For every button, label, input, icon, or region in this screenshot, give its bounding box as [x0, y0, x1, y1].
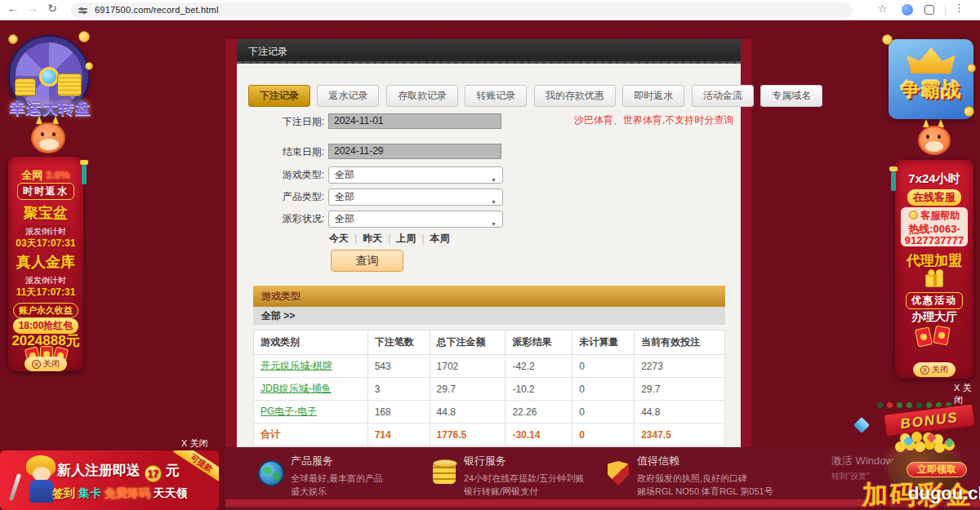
close-icon: X	[32, 360, 41, 369]
table-header-row: 游戏类别 下注笔数 总下注金额 派彩结果 未计算量 当前有效投注	[254, 330, 725, 355]
left-scroll-close-button[interactable]: X关闭	[24, 357, 67, 371]
service-hours: 7x24小时	[895, 171, 973, 187]
payout-status-label: 派彩状况:	[257, 211, 324, 228]
service-help-label[interactable]: 客服帮助	[920, 210, 960, 221]
bookmark-star-icon[interactable]: ☆	[878, 2, 888, 15]
dragon-mascot	[913, 122, 959, 160]
dragon-mascot	[23, 119, 75, 160]
tab-activity-flow[interactable]: 活动金流	[692, 85, 754, 107]
url-bar[interactable]: 6917500.com/record_bet.html	[70, 2, 853, 18]
carousel-dot[interactable]	[877, 402, 883, 408]
start-date-label: 下注日期:	[257, 113, 324, 131]
tab-deposit-promos[interactable]: 我的存款优惠	[534, 85, 616, 107]
col-uncounted: 未计算量	[572, 330, 635, 355]
battle-event-banner[interactable]: 争霸战	[889, 39, 973, 119]
footer-line: 政府颁发的执照,良好的口碑	[637, 472, 773, 485]
bet-record-panel: 下注记录 下注记录 返水记录 存取款记录 转账记录 我的存款优惠 即时返水 活动…	[237, 39, 741, 447]
tab-bet-records[interactable]: 下注记录	[248, 85, 310, 107]
quick-link-last-week[interactable]: 上周	[396, 233, 416, 244]
tab-deposit-withdraw-records[interactable]: 存取款记录	[386, 85, 458, 107]
chevron-down-icon: ▼	[491, 216, 497, 232]
cell-uncounted: 0	[572, 401, 635, 424]
total-label: 合计	[254, 424, 368, 446]
claim-now-button[interactable]: 立即领取	[906, 462, 967, 477]
url-text[interactable]: 6917500.com/record_bet.html	[95, 5, 219, 15]
forward-icon[interactable]: →	[24, 2, 41, 15]
extension-icon[interactable]	[902, 4, 913, 16]
footer-item-products: 产品服务 全球最好,最丰富的产品 盛大娱乐	[291, 454, 383, 498]
cell-amount: 1702	[430, 355, 506, 378]
right-scroll-close-button[interactable]: X关闭	[913, 362, 956, 377]
battle-caption: 争霸战	[889, 77, 973, 103]
right-service-scroll[interactable]: 7x24小时 在线客服 客服帮助 热线:0063- 9127737777 代理加…	[895, 160, 973, 379]
game-type-label: 游戏类型:	[257, 166, 324, 184]
game-link[interactable]: JDB娱乐城-捕鱼	[261, 383, 332, 394]
newcomer-promo-banner[interactable]: 可提款 新人注册即送 17 元 签到 集卡 免费筹码 天天领	[0, 450, 219, 510]
tab-transfer-records[interactable]: 转账记录	[465, 85, 527, 107]
quick-link-today[interactable]: 今天	[329, 233, 349, 244]
carousel-dot[interactable]	[897, 402, 902, 408]
carousel-dot[interactable]	[916, 402, 922, 408]
cell-bets: 168	[368, 401, 430, 424]
payout-status-select[interactable]: 全部 ▼	[328, 211, 503, 228]
left-promo-scroll[interactable]: 全网 3.0% 时时返水 聚宝盆 派发倒计时 03天17:07:31 真人金库 …	[8, 157, 83, 371]
col-game-category: 游戏类别	[254, 330, 368, 355]
lucky-wheel-caption[interactable]: 幸运大转盘	[2, 98, 100, 119]
tag-collect-cards: 集卡	[78, 486, 101, 499]
tag-signin: 签到	[52, 486, 75, 499]
carousel-dot-active[interactable]	[887, 402, 893, 408]
cell-uncounted: 0	[572, 355, 635, 378]
footer-line: 24小时在线存提款/五分钟到账	[464, 472, 584, 485]
game-type-select[interactable]: 全部 ▼	[328, 166, 503, 184]
total-payout: -30.14	[506, 424, 572, 446]
red-envelope-icon	[915, 326, 933, 347]
end-date-input[interactable]: 2024-11-29	[328, 144, 501, 159]
col-bet-count: 下注笔数	[368, 330, 430, 355]
tab-instant-rebate[interactable]: 即时返水	[622, 85, 684, 107]
site-watermark: dugou.club	[908, 483, 980, 504]
total-valid: 2347.5	[635, 424, 725, 446]
rebate-value: 3.0%	[46, 169, 70, 181]
coin-stack-icon	[15, 78, 36, 96]
query-button[interactable]: 查询	[331, 250, 403, 272]
coin-icon	[882, 34, 893, 45]
total-bets: 714	[368, 424, 430, 446]
promo-activity-label[interactable]: 优惠活动	[906, 292, 963, 309]
pot-countdown: 03天17:07:31	[8, 237, 83, 251]
coin-icon	[85, 62, 93, 70]
end-date-label: 结束日期:	[257, 144, 324, 161]
back-icon[interactable]: ←	[5, 2, 21, 15]
footer-title: 银行服务	[464, 454, 584, 468]
section-filter-all[interactable]: 全部 >>	[253, 307, 725, 325]
cell-valid: 2273	[635, 355, 725, 378]
sports-query-notice: 沙巴体育、世界体育,不支持时分查询	[574, 113, 733, 127]
browser-panel-icon[interactable]	[924, 5, 934, 15]
game-link[interactable]: PG电子-电子	[261, 406, 317, 417]
product-type-select[interactable]: 全部 ▼	[328, 188, 503, 206]
reload-icon[interactable]: ↻	[44, 2, 60, 15]
game-link[interactable]: 开元娱乐城-棋牌	[261, 360, 332, 371]
red-envelope-icon	[933, 326, 951, 346]
site-settings-icon[interactable]	[78, 8, 87, 10]
menu-kebab-icon[interactable]: ⋮	[954, 2, 964, 14]
bonus-amount-coin: 17	[145, 465, 162, 482]
chevron-down-icon: ▼	[491, 172, 497, 188]
footer-title: 产品服务	[291, 454, 383, 468]
footer-title: 值得信赖	[637, 454, 773, 468]
carousel-dot[interactable]	[906, 402, 912, 408]
quick-link-this-week[interactable]: 本周	[430, 233, 449, 244]
agent-join-label[interactable]: 代理加盟	[895, 251, 973, 270]
tag-daily: 天天领	[154, 486, 188, 499]
service-hall-label[interactable]: 办理大厅	[895, 310, 973, 325]
cell-uncounted: 0	[572, 378, 635, 401]
footer-line: 赌场RGL NO50 体育RGL 第051号	[637, 485, 773, 498]
tab-exclusive-domain[interactable]: 专属域名	[760, 85, 822, 107]
tab-rebate-records[interactable]: 返水记录	[317, 85, 379, 107]
total-amount: 1776.5	[430, 424, 506, 446]
promo-close-text[interactable]: X 关闭	[181, 437, 207, 450]
product-type-label: 产品类型:	[257, 188, 324, 206]
start-date-input[interactable]: 2024-11-01	[328, 113, 501, 129]
crown-icon	[906, 47, 956, 73]
quick-link-yesterday[interactable]: 昨天	[363, 233, 382, 244]
online-service-label[interactable]: 在线客服	[907, 189, 961, 206]
